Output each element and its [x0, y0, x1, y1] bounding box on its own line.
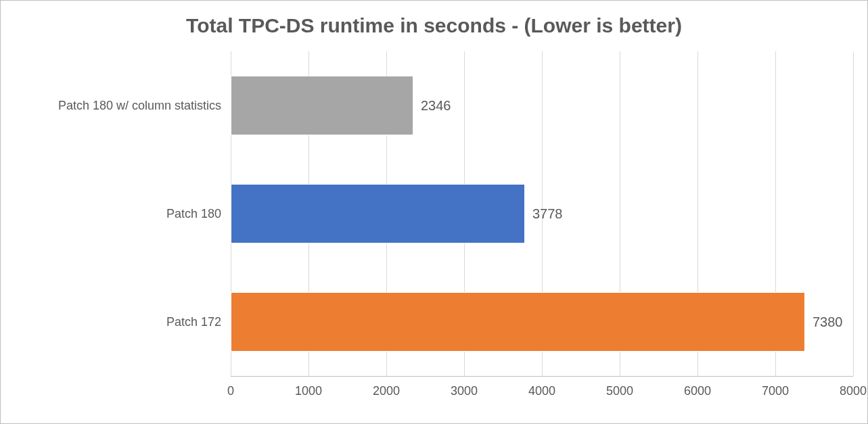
x-tick-label: 2000 [366, 384, 407, 398]
bar [231, 184, 525, 243]
x-axis-line [231, 376, 853, 377]
category-label: Patch 172 [0, 315, 231, 329]
bar [231, 292, 805, 352]
bar-value-label: 3778 [532, 206, 563, 222]
category-label: Patch 180 [0, 207, 231, 221]
chart-title: Total TPC-DS runtime in seconds - (Lower… [1, 14, 867, 37]
plot-area: 0 1000 2000 3000 4000 5000 6000 7000 800… [231, 51, 853, 376]
x-tick-label: 1000 [288, 384, 329, 398]
x-tick-label: 4000 [522, 384, 562, 398]
chart-frame: Total TPC-DS runtime in seconds - (Lower… [0, 0, 868, 424]
bar-value-label: 7380 [813, 314, 843, 330]
x-tick-label: 7000 [755, 384, 796, 398]
category-label: Patch 180 w/ column statistics [0, 99, 231, 113]
x-tick-label: 0 [210, 384, 251, 398]
bar-value-label: 2346 [421, 98, 451, 114]
x-tick-label: 5000 [599, 384, 640, 398]
x-tick-label: 6000 [677, 384, 718, 398]
x-tick-label: 3000 [444, 384, 484, 398]
x-tick-label: 8000 [833, 384, 868, 398]
gridline [853, 51, 854, 376]
bar [231, 76, 413, 135]
